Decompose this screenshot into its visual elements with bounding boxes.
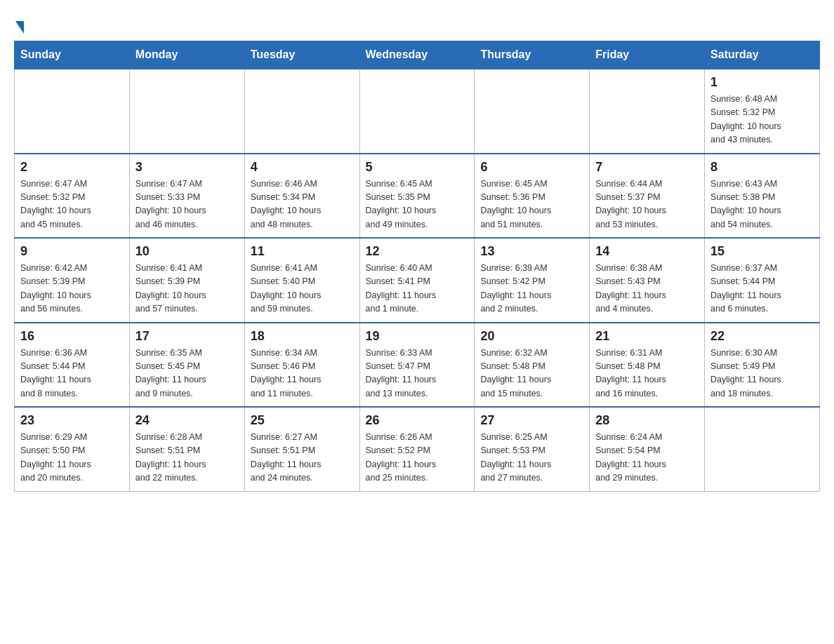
calendar-cell: 28Sunrise: 6:24 AM Sunset: 5:54 PM Dayli… — [590, 407, 705, 491]
calendar-cell: 18Sunrise: 6:34 AM Sunset: 5:46 PM Dayli… — [244, 323, 359, 408]
day-number: 19 — [366, 329, 469, 344]
calendar-cell: 4Sunrise: 6:46 AM Sunset: 5:34 PM Daylig… — [244, 154, 359, 239]
day-number: 26 — [366, 413, 469, 428]
weekday-header-tuesday: Tuesday — [244, 41, 359, 69]
day-info: Sunrise: 6:27 AM Sunset: 5:51 PM Dayligh… — [251, 431, 354, 485]
calendar-cell — [590, 69, 705, 154]
day-info: Sunrise: 6:45 AM Sunset: 5:35 PM Dayligh… — [366, 177, 469, 232]
day-info: Sunrise: 6:28 AM Sunset: 5:51 PM Dayligh… — [135, 431, 239, 485]
calendar-cell: 21Sunrise: 6:31 AM Sunset: 5:48 PM Dayli… — [590, 323, 705, 408]
calendar-cell — [244, 69, 359, 154]
day-info: Sunrise: 6:31 AM Sunset: 5:48 PM Dayligh… — [595, 347, 699, 401]
logo-arrow-icon — [15, 21, 24, 34]
day-info: Sunrise: 6:47 AM Sunset: 5:32 PM Dayligh… — [20, 177, 124, 232]
calendar-cell: 27Sunrise: 6:25 AM Sunset: 5:53 PM Dayli… — [475, 407, 590, 491]
day-number: 16 — [20, 329, 124, 344]
calendar-cell: 23Sunrise: 6:29 AM Sunset: 5:50 PM Dayli… — [15, 407, 130, 491]
day-number: 23 — [20, 413, 124, 428]
day-info: Sunrise: 6:44 AM Sunset: 5:37 PM Dayligh… — [595, 177, 699, 232]
calendar-table: SundayMondayTuesdayWednesdayThursdayFrid… — [14, 41, 820, 492]
day-number: 9 — [20, 244, 124, 259]
day-number: 13 — [480, 244, 583, 259]
day-info: Sunrise: 6:36 AM Sunset: 5:44 PM Dayligh… — [20, 347, 124, 401]
weekday-header-friday: Friday — [590, 41, 705, 69]
week-row-2: 2Sunrise: 6:47 AM Sunset: 5:32 PM Daylig… — [15, 154, 820, 239]
day-info: Sunrise: 6:43 AM Sunset: 5:38 PM Dayligh… — [710, 177, 814, 232]
day-info: Sunrise: 6:32 AM Sunset: 5:48 PM Dayligh… — [480, 347, 583, 401]
calendar-cell: 13Sunrise: 6:39 AM Sunset: 5:42 PM Dayli… — [475, 238, 590, 323]
day-number: 3 — [135, 160, 239, 175]
day-number: 28 — [595, 413, 699, 428]
weekday-header-monday: Monday — [129, 41, 244, 69]
calendar-cell: 2Sunrise: 6:47 AM Sunset: 5:32 PM Daylig… — [15, 154, 130, 239]
day-info: Sunrise: 6:47 AM Sunset: 5:33 PM Dayligh… — [135, 177, 239, 232]
day-info: Sunrise: 6:29 AM Sunset: 5:50 PM Dayligh… — [20, 431, 124, 485]
weekday-header-thursday: Thursday — [475, 41, 590, 69]
day-info: Sunrise: 6:37 AM Sunset: 5:44 PM Dayligh… — [710, 262, 814, 316]
day-number: 15 — [710, 244, 814, 259]
day-info: Sunrise: 6:30 AM Sunset: 5:49 PM Dayligh… — [710, 347, 814, 401]
day-number: 4 — [251, 160, 354, 175]
day-number: 21 — [595, 329, 699, 344]
day-info: Sunrise: 6:24 AM Sunset: 5:54 PM Dayligh… — [595, 431, 699, 485]
day-number: 8 — [710, 160, 814, 175]
calendar-cell: 12Sunrise: 6:40 AM Sunset: 5:41 PM Dayli… — [359, 238, 475, 323]
day-number: 17 — [135, 329, 239, 344]
day-number: 14 — [595, 244, 699, 259]
weekday-header-saturday: Saturday — [705, 41, 820, 69]
day-info: Sunrise: 6:40 AM Sunset: 5:41 PM Dayligh… — [366, 262, 469, 316]
calendar-cell: 19Sunrise: 6:33 AM Sunset: 5:47 PM Dayli… — [359, 323, 475, 408]
day-number: 24 — [135, 413, 239, 428]
day-info: Sunrise: 6:41 AM Sunset: 5:40 PM Dayligh… — [251, 262, 354, 316]
week-row-4: 16Sunrise: 6:36 AM Sunset: 5:44 PM Dayli… — [15, 323, 820, 408]
calendar-cell: 7Sunrise: 6:44 AM Sunset: 5:37 PM Daylig… — [590, 154, 705, 239]
calendar-cell — [475, 69, 590, 154]
day-number: 20 — [480, 329, 583, 344]
page-header — [14, 14, 820, 34]
calendar-cell: 3Sunrise: 6:47 AM Sunset: 5:33 PM Daylig… — [129, 154, 244, 239]
calendar-header-row: SundayMondayTuesdayWednesdayThursdayFrid… — [15, 41, 820, 69]
day-info: Sunrise: 6:48 AM Sunset: 5:32 PM Dayligh… — [710, 93, 814, 147]
day-number: 5 — [366, 160, 469, 175]
logo — [14, 14, 25, 34]
calendar-cell: 25Sunrise: 6:27 AM Sunset: 5:51 PM Dayli… — [244, 407, 359, 491]
day-number: 22 — [710, 329, 814, 344]
day-number: 2 — [20, 160, 124, 175]
day-number: 10 — [135, 244, 239, 259]
day-info: Sunrise: 6:41 AM Sunset: 5:39 PM Dayligh… — [135, 262, 239, 316]
day-info: Sunrise: 6:25 AM Sunset: 5:53 PM Dayligh… — [480, 431, 583, 485]
calendar-cell: 16Sunrise: 6:36 AM Sunset: 5:44 PM Dayli… — [15, 323, 130, 408]
day-info: Sunrise: 6:39 AM Sunset: 5:42 PM Dayligh… — [480, 262, 583, 316]
day-number: 7 — [595, 160, 699, 175]
calendar-cell: 5Sunrise: 6:45 AM Sunset: 5:35 PM Daylig… — [359, 154, 475, 239]
day-number: 18 — [251, 329, 354, 344]
day-info: Sunrise: 6:26 AM Sunset: 5:52 PM Dayligh… — [366, 431, 469, 485]
week-row-5: 23Sunrise: 6:29 AM Sunset: 5:50 PM Dayli… — [15, 407, 820, 491]
calendar-cell: 17Sunrise: 6:35 AM Sunset: 5:45 PM Dayli… — [129, 323, 244, 408]
day-number: 25 — [251, 413, 354, 428]
calendar-cell: 24Sunrise: 6:28 AM Sunset: 5:51 PM Dayli… — [129, 407, 244, 491]
day-info: Sunrise: 6:35 AM Sunset: 5:45 PM Dayligh… — [135, 347, 239, 401]
calendar-cell: 9Sunrise: 6:42 AM Sunset: 5:39 PM Daylig… — [15, 238, 130, 323]
calendar-cell: 6Sunrise: 6:45 AM Sunset: 5:36 PM Daylig… — [475, 154, 590, 239]
calendar-cell: 11Sunrise: 6:41 AM Sunset: 5:40 PM Dayli… — [244, 238, 359, 323]
calendar-cell — [705, 407, 820, 491]
day-info: Sunrise: 6:42 AM Sunset: 5:39 PM Dayligh… — [20, 262, 124, 316]
day-number: 1 — [710, 75, 814, 90]
weekday-header-wednesday: Wednesday — [359, 41, 475, 69]
week-row-1: 1Sunrise: 6:48 AM Sunset: 5:32 PM Daylig… — [15, 69, 820, 154]
day-info: Sunrise: 6:46 AM Sunset: 5:34 PM Dayligh… — [251, 177, 354, 232]
calendar-cell: 14Sunrise: 6:38 AM Sunset: 5:43 PM Dayli… — [590, 238, 705, 323]
calendar-cell: 26Sunrise: 6:26 AM Sunset: 5:52 PM Dayli… — [359, 407, 475, 491]
calendar-cell — [359, 69, 475, 154]
day-info: Sunrise: 6:34 AM Sunset: 5:46 PM Dayligh… — [251, 347, 354, 401]
weekday-header-sunday: Sunday — [15, 41, 130, 69]
day-info: Sunrise: 6:33 AM Sunset: 5:47 PM Dayligh… — [366, 347, 469, 401]
calendar-cell: 15Sunrise: 6:37 AM Sunset: 5:44 PM Dayli… — [705, 238, 820, 323]
day-info: Sunrise: 6:45 AM Sunset: 5:36 PM Dayligh… — [480, 177, 583, 232]
calendar-cell: 1Sunrise: 6:48 AM Sunset: 5:32 PM Daylig… — [705, 69, 820, 154]
calendar-cell — [129, 69, 244, 154]
calendar-cell: 10Sunrise: 6:41 AM Sunset: 5:39 PM Dayli… — [129, 238, 244, 323]
day-number: 11 — [251, 244, 354, 259]
calendar-cell — [15, 69, 130, 154]
